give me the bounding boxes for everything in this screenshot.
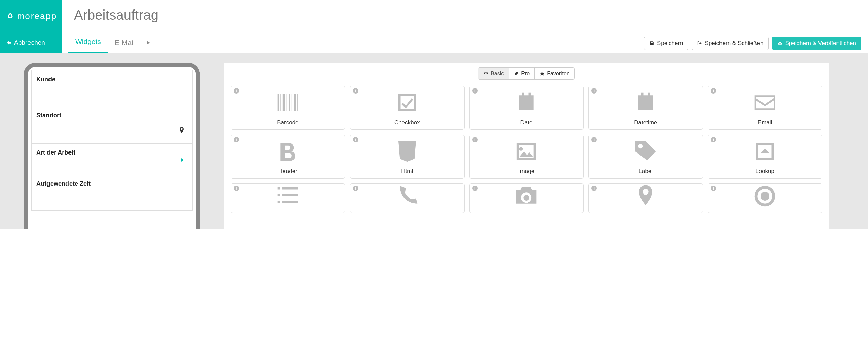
info-icon[interactable]: i [234, 137, 239, 142]
widget-barcode[interactable]: i Barcode [231, 86, 345, 130]
widget-header[interactable]: i Header [231, 135, 345, 179]
info-icon[interactable]: i [711, 186, 716, 191]
cancel-button[interactable]: Abbrechen [0, 32, 62, 53]
widget-number[interactable]: i [231, 183, 345, 213]
info-icon[interactable]: i [234, 88, 239, 94]
brand-name: moreapp [17, 11, 57, 21]
bold-icon [275, 135, 301, 168]
widget-radio[interactable]: i [708, 183, 822, 213]
barcode-icon [275, 86, 301, 119]
page-title: Arbeitsauftrag [74, 7, 856, 23]
widget-phone[interactable]: i [350, 183, 465, 213]
envelope-icon [752, 86, 778, 119]
widget-photo[interactable]: i [469, 183, 584, 213]
info-icon[interactable]: i [353, 137, 358, 142]
arrow-left-icon [6, 40, 12, 46]
widget-datetime[interactable]: i Datetime [588, 86, 703, 130]
dashboard-icon [483, 71, 489, 76]
info-icon[interactable]: i [472, 88, 478, 94]
star-icon [539, 71, 545, 76]
cancel-label: Abbrechen [14, 39, 45, 46]
widget-checkbox[interactable]: i Checkbox [350, 86, 465, 130]
filter-basic[interactable]: Basic [478, 68, 509, 79]
field-kunde[interactable]: Kunde [31, 70, 193, 106]
leaf-icon [514, 71, 519, 76]
widget-label[interactable]: i Label [588, 135, 703, 179]
widget-html[interactable]: i Html [350, 135, 465, 179]
info-icon[interactable]: i [472, 186, 478, 191]
widget-palette: Basic Pro Favoriten i Barcode i [224, 63, 829, 229]
image-icon [513, 135, 539, 168]
calendar-blank-icon [632, 86, 659, 119]
info-icon[interactable]: i [472, 137, 478, 142]
save-publish-button[interactable]: Speichern & Veröffentlichen [772, 37, 862, 50]
phone-icon [394, 183, 420, 209]
chevron-right-icon [179, 156, 185, 165]
info-icon[interactable]: i [353, 186, 358, 191]
checkbox-icon [394, 86, 420, 119]
chevron-right-icon [146, 40, 151, 45]
save-button[interactable]: Speichern [644, 37, 688, 50]
widget-lookup[interactable]: i Lookup [708, 135, 822, 179]
field-art-der-arbeit[interactable]: Art der Arbeit [31, 144, 193, 175]
filter-favoriten[interactable]: Favoriten [535, 68, 574, 79]
calendar-icon [513, 86, 539, 119]
widget-email[interactable]: i Email [708, 86, 822, 130]
widget-image[interactable]: i Image [469, 135, 584, 179]
info-icon[interactable]: i [711, 137, 716, 142]
info-icon[interactable]: i [591, 88, 597, 94]
camera-icon [513, 183, 539, 209]
radio-icon [752, 183, 778, 209]
field-aufgewendete-zeit[interactable]: Aufgewendete Zeit [31, 175, 193, 211]
numbered-list-icon [275, 183, 301, 209]
field-standort[interactable]: Standort [31, 106, 193, 144]
save-icon [649, 41, 654, 46]
logout-icon [697, 41, 702, 46]
form-preview: Kunde Standort Art der Arbeit Aufgewende… [24, 63, 200, 229]
tab-next-button[interactable] [141, 33, 156, 53]
widget-date[interactable]: i Date [469, 86, 584, 130]
tab-widgets[interactable]: Widgets [68, 32, 108, 53]
location-pin-icon [632, 183, 659, 209]
location-pin-icon [178, 125, 185, 137]
leaf-icon [6, 12, 15, 21]
filter-pro[interactable]: Pro [509, 68, 535, 79]
save-close-button[interactable]: Speichern & Schließen [692, 37, 769, 50]
info-icon[interactable]: i [591, 186, 597, 191]
info-icon[interactable]: i [353, 88, 358, 94]
tab-email[interactable]: E-Mail [108, 33, 142, 53]
html5-icon [394, 135, 420, 168]
info-icon[interactable]: i [234, 186, 239, 191]
tag-icon [632, 135, 659, 168]
widget-pin[interactable]: i [588, 183, 703, 213]
dropdown-icon [752, 135, 778, 168]
info-icon[interactable]: i [591, 137, 597, 142]
info-icon[interactable]: i [711, 88, 716, 94]
brand-logo[interactable]: moreapp [0, 0, 62, 32]
cloud-upload-icon [777, 41, 783, 46]
